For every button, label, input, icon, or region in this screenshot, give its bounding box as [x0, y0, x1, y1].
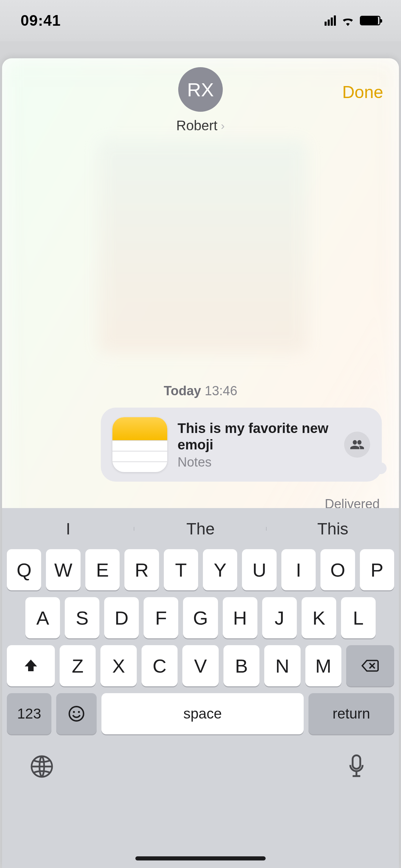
status-icons [325, 15, 380, 26]
key-j[interactable]: J [262, 597, 297, 638]
suggestion-bar: I The This [2, 508, 399, 549]
key-f[interactable]: F [144, 597, 178, 638]
key-x[interactable]: X [100, 645, 136, 686]
done-button[interactable]: Done [342, 82, 383, 102]
key-z[interactable]: Z [60, 645, 96, 686]
contact-name: Robert [176, 118, 217, 133]
key-d[interactable]: D [104, 597, 139, 638]
key-n[interactable]: N [264, 645, 300, 686]
dictate-button[interactable] [347, 754, 372, 779]
key-i[interactable]: I [281, 549, 316, 590]
conversation-header: Done RX Robert › [2, 58, 399, 137]
battery-icon [360, 16, 380, 25]
keyboard: I The This Q W E R T Y U I O P A S D F [2, 508, 399, 868]
key-u[interactable]: U [242, 549, 276, 590]
notes-attachment-bubble[interactable]: This is my favorite new emoji Notes [101, 408, 382, 482]
key-q[interactable]: Q [7, 549, 41, 590]
svg-point-0 [69, 707, 84, 721]
chevron-right-icon: › [221, 119, 224, 132]
key-l[interactable]: L [341, 597, 376, 638]
delete-icon [361, 659, 379, 673]
key-a[interactable]: A [25, 597, 60, 638]
suggestion-3[interactable]: This [267, 519, 399, 538]
cellular-icon [325, 15, 336, 26]
svg-point-1 [73, 711, 75, 713]
notes-app-icon [112, 417, 167, 472]
contact-avatar[interactable]: RX [178, 67, 223, 112]
globe-button[interactable] [29, 754, 54, 779]
key-g[interactable]: G [183, 597, 218, 638]
blurred-message-preview [98, 140, 307, 353]
key-t[interactable]: T [164, 549, 198, 590]
key-delete[interactable] [346, 645, 394, 686]
key-o[interactable]: O [320, 549, 355, 590]
globe-icon [29, 754, 54, 779]
key-c[interactable]: C [142, 645, 178, 686]
key-k[interactable]: K [302, 597, 336, 638]
key-space[interactable]: space [101, 693, 304, 734]
key-return[interactable]: return [308, 693, 394, 734]
shift-icon [23, 658, 39, 674]
attachment-app-name: Notes [178, 455, 334, 470]
conversation-sheet: Done RX Robert › Today 13:46 This is my … [2, 58, 399, 868]
key-v[interactable]: V [182, 645, 218, 686]
emoji-icon [68, 705, 85, 722]
suggestion-1[interactable]: I [2, 519, 134, 538]
key-b[interactable]: B [223, 645, 259, 686]
microphone-icon [347, 754, 366, 779]
collaboration-icon[interactable] [344, 432, 370, 458]
home-indicator[interactable] [135, 856, 266, 860]
svg-point-2 [78, 711, 80, 713]
key-m[interactable]: M [305, 645, 341, 686]
contact-name-row[interactable]: Robert › [176, 118, 224, 133]
suggestion-2[interactable]: The [134, 519, 267, 538]
status-bar: 09:41 [0, 0, 401, 41]
key-numbers[interactable]: 123 [7, 693, 51, 734]
key-s[interactable]: S [65, 597, 99, 638]
message-timestamp: Today 13:46 [2, 384, 399, 398]
key-emoji[interactable] [56, 693, 97, 734]
key-w[interactable]: W [46, 549, 80, 590]
key-e[interactable]: E [85, 549, 120, 590]
key-h[interactable]: H [223, 597, 257, 638]
key-shift[interactable] [7, 645, 55, 686]
status-time: 09:41 [21, 12, 61, 29]
attachment-title: This is my favorite new emoji [178, 420, 334, 453]
key-r[interactable]: R [124, 549, 159, 590]
key-y[interactable]: Y [203, 549, 237, 590]
wifi-icon [341, 15, 355, 26]
key-p[interactable]: P [360, 549, 394, 590]
